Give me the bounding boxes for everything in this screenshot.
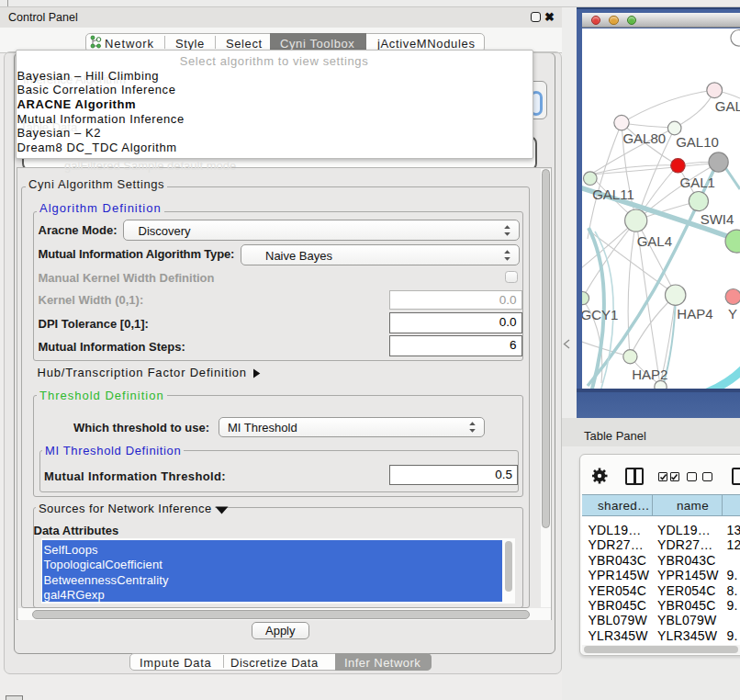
svg-text:SWI4: SWI4	[701, 211, 734, 227]
svg-text:GAL10: GAL10	[676, 134, 719, 150]
svg-text:GAL4: GAL4	[637, 233, 672, 249]
svg-text:HAP2: HAP2	[632, 367, 667, 382]
svg-text:Y: Y	[728, 306, 737, 322]
svg-text:GAL2: GAL2	[715, 98, 740, 114]
svg-text:GCY1: GCY1	[582, 307, 618, 322]
svg-text:GAL11: GAL11	[592, 186, 634, 202]
svg-text:GAL80: GAL80	[622, 130, 666, 146]
svg-text:GAL1: GAL1	[680, 175, 715, 190]
svg-text:HAP4: HAP4	[677, 306, 712, 322]
